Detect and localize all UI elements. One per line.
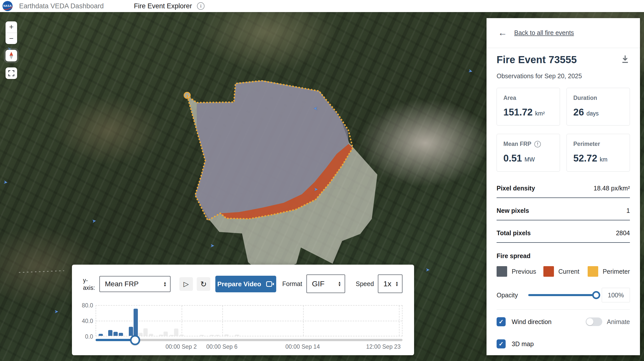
opacity-slider[interactable] — [528, 294, 598, 296]
wind-arrow-icon: ➤ — [426, 267, 430, 273]
fire-event-sidebar: ← Back to all fire events Fire Event 735… — [487, 18, 640, 355]
pixel-density-row: Pixel density 18.48 px/km² — [497, 176, 630, 198]
stat-label: Mean FRP — [503, 141, 531, 147]
stat-card-perimeter: Perimeter 52.72 km — [567, 134, 630, 172]
frp-bar — [210, 335, 214, 336]
format-select-value: GIF — [307, 279, 338, 288]
stat-unit: MW — [525, 156, 535, 163]
prepare-video-label: Prepare Video — [217, 280, 261, 288]
play-button[interactable]: ▷ — [179, 277, 193, 291]
fire-spread-legend: Previous Current Perimeter — [497, 266, 630, 277]
opacity-control: Opacity 100% — [497, 288, 630, 302]
refresh-button[interactable]: ↻ — [197, 277, 210, 291]
zoom-out-button[interactable]: − — [6, 33, 17, 44]
animate-toggle[interactable] — [586, 317, 602, 326]
timeline-played-track — [96, 339, 135, 341]
y-axis-select-value: Mean FRP — [100, 280, 163, 288]
prepare-video-button[interactable]: Prepare Video — [215, 276, 276, 292]
timeline-slider-handle[interactable] — [130, 335, 140, 345]
download-button[interactable] — [620, 54, 630, 65]
frp-info-icon[interactable]: ! — [534, 141, 541, 147]
legend-item-perimeter: Perimeter — [588, 266, 630, 277]
opacity-value: 100% — [602, 288, 630, 302]
y-tick: 80.0 — [75, 302, 93, 309]
frp-bar — [134, 309, 138, 336]
select-caret-icon: ▲▼ — [395, 281, 398, 287]
frp-bar — [149, 334, 153, 336]
compass-needle-icon — [9, 52, 14, 59]
app-info-icon[interactable]: i — [197, 2, 205, 10]
stat-value: 0.51 — [503, 153, 522, 164]
legend-swatch-previous — [497, 266, 507, 277]
compass-button[interactable] — [6, 50, 17, 61]
frp-bar — [164, 332, 168, 336]
stat-unit: km² — [535, 110, 545, 117]
frp-bar — [113, 332, 118, 336]
speed-label: Speed — [356, 280, 374, 288]
toggle-knob — [586, 318, 593, 325]
frp-bar-chart — [96, 305, 403, 336]
frp-bar — [174, 329, 178, 336]
wind-arrow-icon: ➤ — [210, 243, 215, 249]
wind-direction-checkbox[interactable]: ✓ — [497, 317, 506, 326]
format-select[interactable]: GIF ▲▼ — [306, 274, 345, 293]
legend-swatch-perimeter — [588, 266, 598, 277]
wind-arrow-icon: ➤ — [314, 186, 318, 192]
page-title: Fire Event Explorer — [134, 2, 192, 10]
back-to-all-fire-events-link[interactable]: Back to all fire events — [514, 29, 574, 36]
back-arrow-icon[interactable]: ← — [498, 28, 507, 37]
fire-spread-heading: Fire spread — [497, 252, 630, 260]
fullscreen-icon — [8, 70, 14, 76]
stat-card-mean-frp: Mean FRP ! 0.51 MW — [497, 134, 560, 172]
observations-date: Observations for Sep 20, 2025 — [497, 72, 630, 80]
frp-bar — [129, 327, 133, 336]
format-label: Format — [282, 280, 302, 288]
frp-bar — [143, 328, 148, 336]
frp-bar — [200, 335, 204, 336]
3d-map-label: 3D map — [512, 340, 534, 348]
opacity-slider-handle[interactable] — [592, 291, 600, 299]
gridline-vertical — [399, 306, 399, 336]
wind-arrow-icon: ➤ — [313, 106, 318, 112]
total-pixels-row: Total pixels 2804 — [497, 220, 630, 243]
frp-bar — [224, 334, 229, 336]
x-tick: 00:00 Sep 14 — [286, 343, 320, 350]
frp-bar — [170, 335, 174, 336]
select-caret-icon: ▲▼ — [163, 281, 167, 287]
stat-value: 52.72 — [573, 153, 597, 164]
boundary-line — [19, 271, 64, 272]
frp-bar — [235, 335, 239, 336]
timeline-slider[interactable] — [96, 339, 403, 341]
wind-arrow-icon: ➤ — [92, 218, 97, 224]
stat-card-duration: Duration 26 days — [567, 88, 630, 126]
pixel-stats: Pixel density 18.48 px/km² New pixels 1 … — [497, 176, 630, 243]
stat-label: Duration — [573, 95, 597, 101]
y-axis-label: y- axis: — [83, 277, 95, 292]
video-camera-icon — [266, 281, 274, 287]
stat-card-area: Area 151.72 km² — [497, 88, 560, 126]
3d-map-checkbox[interactable]: ✓ — [497, 339, 506, 348]
frp-bar — [215, 335, 220, 336]
speed-select-value: 1x — [378, 279, 395, 288]
y-tick: 40.0 — [75, 318, 93, 325]
zoom-in-button[interactable]: + — [6, 21, 17, 33]
stat-unit: days — [586, 110, 599, 117]
divider — [487, 48, 640, 48]
fullscreen-button[interactable] — [6, 67, 17, 79]
x-tick: 00:00 Sep 6 — [206, 343, 237, 350]
brand-title: Earthdata VEDA Dashboard — [19, 2, 104, 10]
stat-label: Area — [503, 95, 516, 101]
stat-value: 151.72 — [503, 107, 533, 118]
download-icon — [621, 55, 629, 63]
wind-direction-label: Wind direction — [512, 318, 551, 326]
divider — [497, 309, 630, 310]
speed-select[interactable]: 1x ▲▼ — [378, 274, 403, 293]
opacity-label: Opacity — [497, 292, 526, 299]
wind-direction-row: ✓ Wind direction Animate — [497, 317, 630, 326]
stat-unit: km — [600, 156, 608, 163]
y-axis-select[interactable]: Mean FRP ▲▼ — [99, 276, 171, 292]
legend-swatch-current — [543, 266, 554, 277]
back-row: ← Back to all fire events — [487, 18, 640, 48]
map-3d-row: ✓ 3D map — [497, 339, 630, 348]
frp-bar — [138, 333, 143, 336]
